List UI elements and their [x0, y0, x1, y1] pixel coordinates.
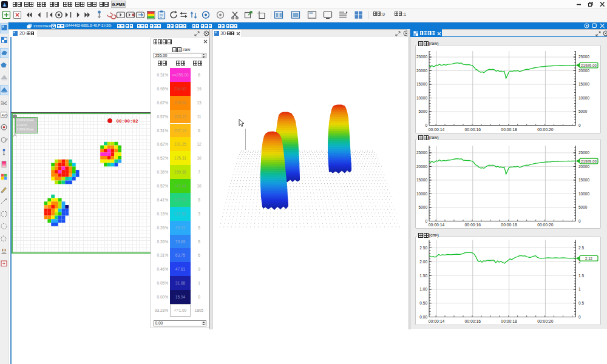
svg-text:2.50: 2.50	[419, 246, 427, 250]
svg-text:10000: 10000	[578, 96, 589, 100]
svg-text:1.5: 1.5	[578, 274, 584, 278]
svg-text:00:00:20: 00:00:20	[537, 127, 554, 132]
svg-text:0: 0	[425, 219, 427, 223]
svg-text:00:00:14: 00:00:14	[429, 223, 445, 227]
svg-text:00:00:18: 00:00:18	[501, 127, 517, 132]
svg-text:20000: 20000	[416, 69, 427, 73]
svg-text:10000: 10000	[416, 96, 427, 100]
svg-text:5000: 5000	[419, 205, 428, 209]
svg-text:1.00: 1.00	[419, 287, 427, 291]
svg-text:00:00:16: 00:00:16	[465, 223, 481, 227]
svg-text:10000: 10000	[416, 192, 427, 196]
svg-text:00:00:20: 00:00:20	[537, 223, 554, 227]
svg-text:10000: 10000	[578, 192, 589, 196]
svg-text:20000: 20000	[578, 164, 589, 169]
svg-text:00:00:18: 00:00:18	[501, 223, 517, 227]
svg-text:00:00:16: 00:00:16	[465, 319, 481, 323]
svg-text:25000: 25000	[578, 55, 589, 59]
svg-text:00:00:14: 00:00:14	[429, 319, 445, 323]
svg-text:15000: 15000	[416, 178, 427, 182]
svg-text:0.50: 0.50	[419, 301, 427, 305]
svg-text:15000: 15000	[578, 178, 589, 182]
svg-text:5000: 5000	[578, 109, 588, 113]
svg-text:00:00:16: 00:00:16	[465, 127, 481, 132]
svg-text:5000: 5000	[419, 109, 428, 113]
svg-text:2.00: 2.00	[419, 260, 427, 264]
svg-text:0: 0	[578, 219, 581, 223]
svg-text:0: 0	[425, 123, 427, 127]
svg-text:0.5: 0.5	[578, 301, 584, 305]
svg-text:21989.00: 21989.00	[581, 159, 597, 163]
svg-text:0.00: 0.00	[419, 315, 427, 319]
svg-text:00:00:14: 00:00:14	[429, 127, 445, 132]
svg-text:15000: 15000	[416, 82, 427, 86]
svg-text:0: 0	[578, 123, 581, 127]
svg-text:25000: 25000	[578, 150, 589, 155]
svg-text:25000: 25000	[416, 150, 427, 155]
svg-text:20000: 20000	[578, 69, 589, 73]
svg-text:1.50: 1.50	[419, 274, 427, 278]
svg-text:1: 1	[578, 287, 581, 291]
svg-text:2.5: 2.5	[578, 246, 584, 250]
svg-text:0: 0	[578, 315, 581, 319]
svg-text:15000: 15000	[578, 82, 589, 86]
svg-text:5000: 5000	[578, 205, 588, 209]
svg-text:25000: 25000	[416, 55, 427, 59]
svg-text:00:00:20: 00:00:20	[537, 319, 554, 323]
svg-text:00:00:18: 00:00:18	[501, 319, 517, 323]
svg-text:2.12: 2.12	[585, 256, 593, 260]
svg-text:20000: 20000	[416, 164, 427, 169]
svg-text:21989.00: 21989.00	[581, 63, 597, 67]
